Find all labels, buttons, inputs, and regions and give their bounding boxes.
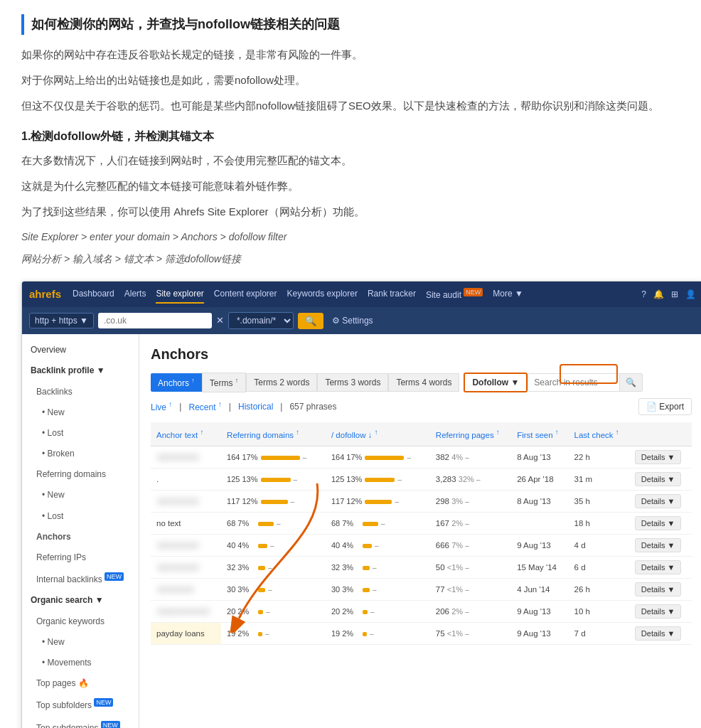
nav-dashboard[interactable]: Dashboard xyxy=(73,286,114,304)
nav-bar: ahrefs Dashboard Alerts Site explorer Co… xyxy=(22,282,701,307)
path-en: Site Explorer > enter your domain > Anch… xyxy=(21,229,680,245)
nav-grid-icon[interactable]: ⊞ xyxy=(671,288,678,301)
cell-dofollow: 19 2% – xyxy=(326,623,430,645)
domain-input[interactable] xyxy=(98,313,212,328)
sidebar-top-subfolders[interactable]: Top subfolders NEW xyxy=(22,694,139,716)
nav-right: ? 🔔 ⊞ 👤 xyxy=(641,288,696,301)
cell-details[interactable]: Details ▼ xyxy=(629,469,692,491)
cell-last-check: 4 d xyxy=(569,535,629,557)
cell-details[interactable]: Details ▼ xyxy=(629,601,692,623)
search-button[interactable]: 🔍 xyxy=(298,313,323,329)
cell-dofollow: 68 7% – xyxy=(326,513,430,535)
details-button[interactable]: Details ▼ xyxy=(635,538,682,552)
cell-details[interactable]: Details ▼ xyxy=(629,535,692,557)
sidebar-organic-search[interactable]: Organic search ▼ xyxy=(22,590,139,611)
details-button[interactable]: Details ▼ xyxy=(635,604,682,619)
details-button[interactable]: Details ▼ xyxy=(635,494,682,508)
col-last-check[interactable]: Last check ↑ xyxy=(569,422,629,446)
nav-content-explorer[interactable]: Content explorer xyxy=(214,286,277,304)
screenshot-wrapper: ahrefs Dashboard Alerts Site explorer Co… xyxy=(21,281,701,728)
cell-ref-dom: 20 2% – xyxy=(221,601,326,623)
stats-live[interactable]: Live ↑ xyxy=(151,399,172,414)
tab-terms4[interactable]: Terms 4 words xyxy=(388,373,459,392)
cell-details[interactable]: Details ▼ xyxy=(629,491,692,513)
cell-first-seen: 8 Aug '13 xyxy=(511,446,568,469)
para6: 为了找到这些结果，你可以使用 Ahrefs Site Explorer（网站分析… xyxy=(21,203,680,220)
cell-details[interactable]: Details ▼ xyxy=(629,446,692,469)
nav-rank-tracker[interactable]: Rank tracker xyxy=(368,286,416,304)
table-row: payday loans 19 2% – 19 2% – 75 <1% – 9 … xyxy=(151,623,692,645)
cell-last-check: 7 d xyxy=(569,623,629,645)
sidebar-organic-movements[interactable]: • Movements xyxy=(22,653,139,673)
cell-dofollow: 30 3% – xyxy=(326,579,430,601)
domain-scope-select[interactable]: *.domain/* xyxy=(228,312,294,329)
cell-first-seen: 26 Apr '18 xyxy=(511,469,568,491)
sidebar-backlinks[interactable]: Backlinks xyxy=(22,382,139,402)
sidebar-overview[interactable]: Overview xyxy=(22,340,139,360)
protocol-selector[interactable]: http + https ▼ xyxy=(29,313,94,328)
sidebar-ref-dom-new[interactable]: • New xyxy=(22,485,139,505)
cell-details[interactable]: Details ▼ xyxy=(629,579,692,601)
anchor-blurred: quxxxxxxx xyxy=(156,563,200,572)
cell-anchor: quxxxxxxx xyxy=(151,446,221,469)
sidebar-backlinks-new[interactable]: • New xyxy=(22,402,139,423)
export-button[interactable]: 📄 Export xyxy=(638,398,692,415)
col-anchor-text[interactable]: Anchor text ↑ xyxy=(151,422,221,446)
sidebar-backlinks-broken[interactable]: • Broken xyxy=(22,444,139,464)
search-results-input[interactable] xyxy=(528,373,620,392)
cell-details[interactable]: Details ▼ xyxy=(629,513,692,535)
anchors-table: Anchor text ↑ Referring domains ↑ / dofo… xyxy=(151,422,692,645)
sidebar-anchors[interactable]: Anchors xyxy=(22,527,139,547)
table-row: quxxxxxxx 32 3% – 32 3% – 50 <1% – 15 Ma… xyxy=(151,557,692,579)
anchor-text: no text xyxy=(156,519,181,528)
sidebar-organic-new[interactable]: • New xyxy=(22,632,139,653)
details-button[interactable]: Details ▼ xyxy=(635,450,682,464)
sidebar-referring-domains[interactable]: Referring domains xyxy=(22,464,139,485)
col-referring-domains[interactable]: Referring domains ↑ xyxy=(221,422,326,446)
stats-phrases: 657 phrases xyxy=(289,400,336,414)
nav-bell-icon[interactable]: 🔔 xyxy=(653,288,664,301)
nav-alerts[interactable]: Alerts xyxy=(124,286,146,304)
col-referring-pages[interactable]: Referring pages ↑ xyxy=(430,422,511,446)
cell-last-check: 31 m xyxy=(569,469,629,491)
nav-user-icon[interactable]: 👤 xyxy=(685,288,696,301)
nav-help-icon[interactable]: ? xyxy=(641,288,646,301)
col-first-seen[interactable]: First seen ↑ xyxy=(511,422,568,446)
details-button[interactable]: Details ▼ xyxy=(635,472,682,486)
search-bar: http + https ▼ ✕ *.domain/* 🔍 ⚙ Settings xyxy=(22,307,701,334)
search-results-button[interactable]: 🔍 xyxy=(620,373,643,392)
col-dofollow[interactable]: / dofollow ↓ ↑ xyxy=(326,422,430,446)
cell-details[interactable]: Details ▼ xyxy=(629,557,692,579)
sidebar-top-subdomains[interactable]: Top subdomains NEW xyxy=(22,717,139,728)
cell-anchor: quxxxxxxx xyxy=(151,535,221,557)
sidebar-internal-backlinks[interactable]: Internal backlinks NEW xyxy=(22,568,139,590)
clear-icon[interactable]: ✕ xyxy=(216,314,224,328)
nav-more[interactable]: More ▼ xyxy=(493,286,523,304)
sidebar-referring-ips[interactable]: Referring IPs xyxy=(22,547,139,568)
sidebar-organic-keywords[interactable]: Organic keywords xyxy=(22,611,139,632)
sidebar-ref-dom-lost[interactable]: • Lost xyxy=(22,506,139,527)
tab-terms2[interactable]: Terms 2 words xyxy=(246,373,317,392)
nav-keywords-explorer[interactable]: Keywords explorer xyxy=(287,286,358,304)
details-button[interactable]: Details ▼ xyxy=(635,560,682,574)
dofollow-filter-button[interactable]: Dofollow ▼ xyxy=(464,373,528,392)
nav-site-explorer[interactable]: Site explorer xyxy=(156,286,203,304)
nav-site-audit[interactable]: Site audit NEW xyxy=(426,286,483,304)
tab-terms3[interactable]: Terms 3 words xyxy=(317,373,388,392)
tab-terms[interactable]: Terms ↑ xyxy=(202,373,247,392)
stats-historical[interactable]: Historical xyxy=(238,400,273,414)
para3: 但这不仅仅是关于谷歌的惩罚。也可能是某些内部nofollow链接阻碍了SEO效果… xyxy=(21,97,680,114)
article-title: 如何检测你的网站，并查找与nofollow链接相关的问题 xyxy=(21,14,680,35)
details-button[interactable]: Details ▼ xyxy=(635,626,682,641)
sidebar-backlinks-lost[interactable]: • Lost xyxy=(22,423,139,444)
stats-recent[interactable]: Recent ↑ xyxy=(188,399,221,414)
sidebar-top-pages[interactable]: Top pages 🔥 xyxy=(22,673,139,694)
tab-anchors[interactable]: Anchors ↑ xyxy=(151,373,202,392)
settings-link[interactable]: ⚙ Settings xyxy=(332,314,373,328)
details-button[interactable]: Details ▼ xyxy=(635,582,682,596)
details-button[interactable]: Details ▼ xyxy=(635,516,682,530)
sidebar-backlink-profile[interactable]: Backlink profile ▼ xyxy=(22,360,139,381)
cell-last-check: 18 h xyxy=(569,513,629,535)
cell-details[interactable]: Details ▼ xyxy=(629,623,692,645)
cell-ref-dom: 117 12% – xyxy=(221,491,326,513)
